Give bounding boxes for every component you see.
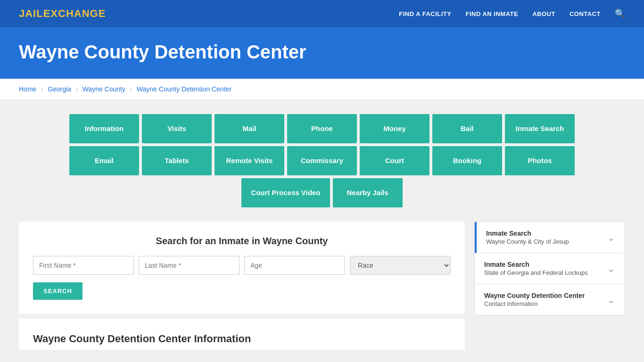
- nav-find-inmate[interactable]: FIND AN INMATE: [465, 10, 518, 17]
- sidebar-item-sub-1: Wayne County & City of Jesup: [486, 238, 569, 245]
- race-select[interactable]: Race White Black Hispanic Asian Other: [350, 256, 451, 275]
- breadcrumb-home[interactable]: Home: [19, 85, 36, 93]
- breadcrumb-sep-3: ›: [130, 86, 132, 93]
- sidebar-item-title-2: Inmate Search: [484, 261, 588, 268]
- navbar: JAILEXCHANGE FIND A FACILITY FIND AN INM…: [0, 0, 644, 27]
- btn-tablets[interactable]: Tablets: [142, 146, 212, 175]
- sidebar: Inmate Search Wayne County & City of Jes…: [474, 222, 625, 315]
- breadcrumb-current: Wayne County Detention Center: [137, 85, 231, 93]
- sidebar-contact-info[interactable]: Wayne County Detention Center Contact In…: [475, 284, 625, 315]
- chevron-down-icon-2: ⌄: [607, 263, 615, 274]
- search-title: Search for an Inmate in Wayne County: [33, 236, 451, 247]
- button-grid: Information Visits Mail Phone Money Bail…: [19, 114, 625, 207]
- btn-photos[interactable]: Photos: [505, 146, 575, 175]
- btn-visits[interactable]: Visits: [142, 114, 212, 143]
- btn-mail[interactable]: Mail: [215, 114, 284, 143]
- btn-phone[interactable]: Phone: [287, 114, 357, 143]
- breadcrumb-georgia[interactable]: Georgia: [48, 85, 71, 93]
- btn-commissary[interactable]: Commissary: [287, 146, 357, 175]
- nav-links: FIND A FACILITY FIND AN INMATE ABOUT CON…: [399, 8, 625, 19]
- nav-about[interactable]: ABOUT: [532, 10, 555, 17]
- btn-inmate-search[interactable]: Inmate Search: [505, 114, 575, 143]
- age-input[interactable]: [244, 256, 345, 275]
- button-row-2: Email Tablets Remote Visits Commissary C…: [69, 146, 575, 175]
- nav-find-facility[interactable]: FIND A FACILITY: [399, 10, 451, 17]
- sidebar-item-title-1: Inmate Search: [486, 230, 569, 237]
- sidebar-item-sub-2: State of Georgia and Federal Lockups: [484, 269, 588, 276]
- main-content: Information Visits Mail Phone Money Bail…: [0, 100, 644, 362]
- sidebar-item-title-3: Wayne County Detention Center: [484, 292, 585, 299]
- breadcrumb-sep-2: ›: [76, 86, 78, 93]
- sidebar-item-sub-3: Contact Information: [484, 300, 585, 307]
- search-fields: Race White Black Hispanic Asian Other: [33, 256, 451, 275]
- chevron-down-icon-1: ⌄: [607, 232, 615, 243]
- button-row-3: Court Process Video Nearby Jails: [241, 178, 402, 207]
- section-heading: Wayne County Detention Center Informatio…: [33, 333, 451, 345]
- sidebar-inmate-search-wayne[interactable]: Inmate Search Wayne County & City of Jes…: [475, 222, 625, 253]
- btn-booking[interactable]: Booking: [432, 146, 502, 175]
- btn-information[interactable]: Information: [69, 114, 139, 143]
- breadcrumb-wayne-county[interactable]: Wayne County: [83, 85, 125, 93]
- btn-remote-visits[interactable]: Remote Visits: [215, 146, 284, 175]
- two-column-layout: Search for an Inmate in Wayne County Rac…: [19, 222, 625, 350]
- page-title: Wayne County Detention Center: [19, 41, 625, 63]
- btn-email[interactable]: Email: [69, 146, 139, 175]
- breadcrumb-sep-1: ›: [41, 86, 43, 93]
- button-row-1: Information Visits Mail Phone Money Bail…: [69, 114, 575, 143]
- nav-contact[interactable]: CONTACT: [570, 10, 601, 17]
- search-button[interactable]: SEARCH: [33, 282, 83, 300]
- logo-jail: JAIL: [19, 8, 43, 19]
- search-icon[interactable]: 🔍: [615, 8, 625, 19]
- inmate-search-box: Search for an Inmate in Wayne County Rac…: [19, 222, 465, 314]
- last-name-input[interactable]: [139, 256, 239, 275]
- hero-section: Wayne County Detention Center: [0, 27, 644, 79]
- logo-exchange: EXCHANGE: [43, 8, 106, 19]
- chevron-down-icon-3: ⌄: [607, 294, 615, 305]
- first-name-input[interactable]: [33, 256, 134, 275]
- btn-nearby-jails[interactable]: Nearby Jails: [333, 178, 403, 207]
- sidebar-inmate-search-georgia[interactable]: Inmate Search State of Georgia and Feder…: [475, 253, 625, 284]
- btn-court[interactable]: Court: [360, 146, 429, 175]
- btn-bail[interactable]: Bail: [432, 114, 502, 143]
- site-logo[interactable]: JAILEXCHANGE: [19, 8, 106, 20]
- breadcrumb: Home › Georgia › Wayne County › Wayne Co…: [0, 79, 644, 100]
- btn-court-process-video[interactable]: Court Process Video: [241, 178, 330, 207]
- btn-money[interactable]: Money: [360, 114, 429, 143]
